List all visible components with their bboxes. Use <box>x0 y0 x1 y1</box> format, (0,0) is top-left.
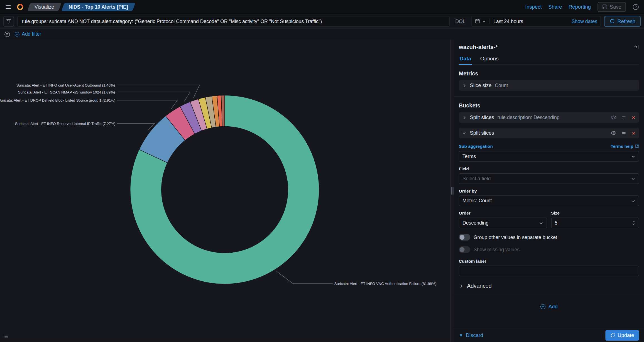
refresh-button[interactable]: Refresh <box>604 16 641 26</box>
visualization-canvas: Suricata: Alert - ET INFO curl User-Agen… <box>0 40 450 342</box>
saved-query-icon[interactable] <box>3 16 14 26</box>
order-by-value: Metric: Count <box>462 198 492 204</box>
editor-sidebar-body: wazuh-alerts-* Data Options Metrics Slic… <box>454 40 644 328</box>
terms-help-link[interactable]: Terms help <box>611 144 639 149</box>
custom-label-value-input[interactable] <box>462 268 635 274</box>
chevron-right-icon <box>459 284 464 289</box>
advanced-label: Advanced <box>467 283 492 289</box>
metric-row-slice-size[interactable]: Slice size Count <box>459 80 639 91</box>
callout-line <box>277 271 333 284</box>
remove-bucket-icon[interactable] <box>631 131 636 135</box>
stepper-icon[interactable] <box>632 220 635 226</box>
query-bar: rule.groups: suricata AND NOT data.alert… <box>0 14 644 29</box>
bucket-row-expanded[interactable]: Split slices <box>459 128 639 138</box>
update-button[interactable]: Update <box>605 330 639 340</box>
show-missing-toggle-row: Show missing values <box>459 246 639 253</box>
slice-label: Suricata: Alert - ET INFO VNC Authentica… <box>334 282 437 286</box>
inspect-link[interactable]: Inspect <box>525 4 542 10</box>
breadcrumb-current-label: NIDS - Top 10 Alerts [PIE] <box>68 4 128 10</box>
eye-icon[interactable] <box>611 130 617 136</box>
svg-text:?: ? <box>635 5 637 9</box>
filter-icon[interactable] <box>4 31 10 37</box>
refresh-icon <box>610 333 615 338</box>
time-range[interactable]: Last 24 hours <box>490 18 523 24</box>
remove-bucket-icon[interactable] <box>631 115 636 120</box>
share-link[interactable]: Share <box>548 4 562 10</box>
metrics-heading: Metrics <box>459 71 639 77</box>
panel-resizer[interactable] <box>450 40 454 342</box>
order-by-label: Order by <box>459 188 639 193</box>
menu-icon[interactable] <box>5 4 12 10</box>
donut-chart: Suricata: Alert - ET INFO curl User-Agen… <box>0 40 450 342</box>
query-input[interactable]: rule.groups: suricata AND NOT data.alert… <box>17 16 450 26</box>
close-icon <box>459 333 463 337</box>
group-other-switch[interactable] <box>459 234 470 241</box>
show-missing-label: Show missing values <box>474 247 520 253</box>
slice-label: Suricata: Alert - ET INFO curl User-Agen… <box>16 83 115 87</box>
show-dates-link[interactable]: Show dates <box>572 18 598 24</box>
divider <box>454 295 644 295</box>
callout-line <box>117 100 177 109</box>
bucket-row-collapsed[interactable]: Split slices rule.description: Descendin… <box>459 112 639 123</box>
size-label: Size <box>551 211 639 216</box>
custom-label-label: Custom label <box>459 259 639 264</box>
resizer-grip-icon <box>451 187 454 195</box>
wazuh-logo[interactable] <box>16 3 24 11</box>
terms-help-label: Terms help <box>611 144 633 149</box>
sub-aggregation-select[interactable]: Terms <box>459 151 639 162</box>
query-language-button[interactable]: DQL <box>453 18 468 24</box>
custom-label-input[interactable] <box>459 265 639 276</box>
drag-handle-icon[interactable] <box>621 115 626 120</box>
date-quick-select[interactable] <box>475 18 490 24</box>
breadcrumb-current[interactable]: NIDS - Top 10 Alerts [PIE] <box>61 3 135 11</box>
save-label: Save <box>610 4 621 10</box>
order-select[interactable]: Descending <box>459 218 547 228</box>
add-bucket-button[interactable]: Add <box>540 304 557 310</box>
slice-label: Suricata: Alert - ET INFO Reserved Inter… <box>15 122 116 126</box>
drag-handle-icon[interactable] <box>621 131 626 136</box>
chevron-down-icon <box>631 154 635 159</box>
breadcrumb: Visualize NIDS - Top 10 Alerts [PIE] <box>29 3 134 11</box>
size-value-input[interactable] <box>555 220 632 226</box>
collapse-panel-icon[interactable] <box>633 44 639 50</box>
divider <box>454 97 644 97</box>
show-missing-switch[interactable] <box>459 246 470 253</box>
callout-line <box>117 85 200 98</box>
sub-aggregation-label: Sub aggregation <box>459 144 493 149</box>
chevron-right-icon <box>462 83 467 88</box>
group-other-toggle-row: Group other values in separate bucket <box>459 234 639 241</box>
bucket-row-label: Split slices <box>470 130 494 136</box>
editor-sidebar-footer: Discard Update <box>454 328 644 342</box>
help-icon[interactable]: ? <box>633 4 639 10</box>
size-input[interactable] <box>551 218 639 228</box>
save-icon <box>602 4 607 9</box>
advanced-accordion[interactable]: Advanced <box>459 283 639 289</box>
group-other-label: Group other values in separate bucket <box>474 234 557 240</box>
field-placeholder: Select a field <box>462 176 491 181</box>
discard-button[interactable]: Discard <box>459 332 483 338</box>
save-button[interactable]: Save <box>598 2 626 12</box>
slice-label: Suricata: Alert - ET SCAN NMAP -sS windo… <box>18 90 115 94</box>
metric-row-label: Slice size <box>470 83 492 88</box>
reporting-link[interactable]: Reporting <box>569 4 591 10</box>
breadcrumb-visualize[interactable]: Visualize <box>27 3 62 11</box>
chevron-down-icon <box>482 19 486 23</box>
bucket-row-label: Split slices <box>470 115 494 120</box>
refresh-icon <box>609 18 615 24</box>
eye-icon[interactable] <box>611 115 617 120</box>
main-content: Suricata: Alert - ET INFO curl User-Agen… <box>0 40 644 342</box>
update-label: Update <box>618 332 634 338</box>
filter-bar: Add filter <box>0 29 644 39</box>
plus-circle-icon <box>14 31 20 37</box>
legend-toggle-icon[interactable] <box>3 334 9 339</box>
index-pattern-title: wazuh-alerts-* <box>459 43 498 50</box>
order-by-select[interactable]: Metric: Count <box>459 195 639 206</box>
tab-options[interactable]: Options <box>479 53 499 65</box>
tab-data[interactable]: Data <box>459 53 472 65</box>
field-label: Field <box>459 166 639 171</box>
buckets-heading: Buckets <box>459 103 639 109</box>
chevron-down-icon <box>462 131 467 135</box>
external-link-icon <box>635 144 639 148</box>
add-filter-button[interactable]: Add filter <box>14 31 41 37</box>
field-select[interactable]: Select a field <box>459 173 639 184</box>
